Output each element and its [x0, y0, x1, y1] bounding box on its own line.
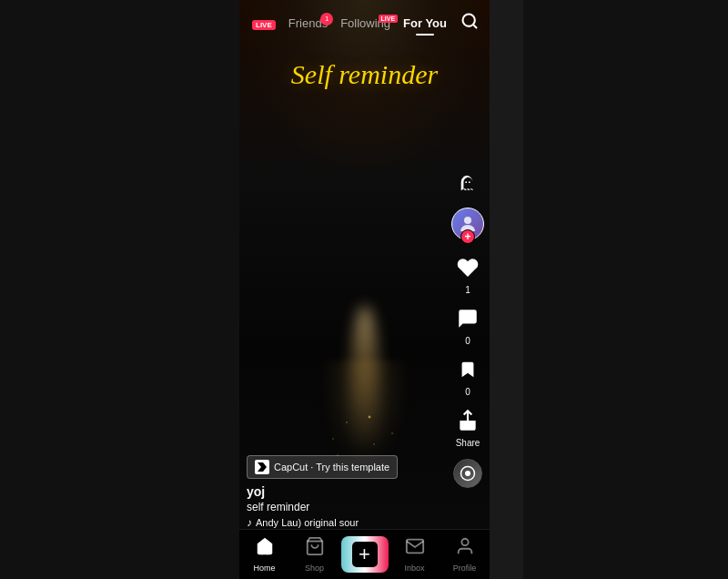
share-action[interactable]: Share: [451, 404, 484, 448]
bottom-navigation: Home Shop +: [239, 529, 490, 579]
svg-point-7: [461, 539, 468, 545]
music-disc-icon: [453, 459, 482, 488]
friends-badge: 1: [320, 13, 333, 25]
foryou-tab[interactable]: For You: [398, 13, 452, 34]
video-description: self reminder: [247, 501, 444, 513]
following-live-badge: LIVE: [379, 15, 399, 23]
ghost-action[interactable]: [451, 168, 484, 200]
ghost-icon: [451, 168, 484, 200]
home-label: Home: [253, 564, 275, 573]
friends-tab[interactable]: Friends 1: [283, 13, 333, 34]
inbox-label: Inbox: [404, 564, 424, 573]
profile-label: Profile: [453, 564, 477, 573]
inbox-tab[interactable]: Inbox: [389, 536, 440, 573]
bookmark-action[interactable]: 0: [451, 353, 484, 397]
profile-tab[interactable]: Profile: [440, 536, 490, 573]
capcut-logo-shape: [258, 462, 267, 472]
creator-avatar[interactable]: +: [451, 208, 484, 240]
capcut-banner[interactable]: CapCut · Try this template: [247, 455, 398, 479]
video-info-overlay: CapCut · Try this template yoj self remi…: [247, 455, 444, 529]
capcut-logo-icon: [255, 460, 269, 474]
follow-plus-icon: +: [460, 229, 475, 244]
following-tab[interactable]: Following LIVE: [335, 13, 396, 34]
create-tab[interactable]: +: [339, 536, 389, 573]
like-count: 1: [465, 285, 470, 295]
home-icon: [255, 536, 275, 562]
shop-icon: [305, 536, 325, 562]
live-tab[interactable]: LIVE: [247, 13, 281, 34]
music-note-icon: ♪: [247, 516, 252, 529]
right-action-bar: + 1 0 0: [451, 168, 484, 488]
bookmark-count: 0: [465, 387, 470, 397]
comment-action[interactable]: 0: [451, 302, 484, 346]
avatar-action[interactable]: +: [451, 208, 484, 244]
music-disc-action[interactable]: [453, 459, 482, 488]
music-text: Andy Lau) original sour: [256, 517, 359, 528]
inbox-icon: [405, 536, 425, 562]
shop-tab[interactable]: Shop: [289, 536, 339, 573]
create-button-inner: +: [352, 542, 378, 567]
like-action[interactable]: 1: [451, 251, 484, 295]
svg-point-2: [464, 217, 471, 224]
phone-screen: LIVE Friends 1 Following LIVE For You Se…: [239, 0, 490, 579]
capcut-text: CapCut · Try this template: [274, 462, 389, 472]
create-button[interactable]: +: [341, 536, 389, 573]
comment-icon: [451, 302, 484, 335]
live-badge: LIVE: [252, 20, 276, 30]
nav-left-group: LIVE Friends 1 Following LIVE For You: [247, 13, 452, 34]
bookmark-icon: [451, 353, 484, 386]
music-info[interactable]: ♪ Andy Lau) original sour: [247, 516, 444, 529]
top-navigation: LIVE Friends 1 Following LIVE For You: [239, 0, 490, 46]
plus-icon: +: [359, 544, 370, 564]
comment-count: 0: [465, 336, 470, 346]
share-label: Share: [456, 438, 480, 448]
video-title: Self reminder: [239, 59, 490, 90]
heart-icon: [451, 251, 484, 284]
profile-icon: [455, 536, 475, 562]
search-button[interactable]: [457, 8, 482, 38]
share-icon: [451, 404, 484, 437]
svg-point-5: [466, 472, 470, 476]
creator-username[interactable]: yoj: [247, 484, 444, 499]
home-tab[interactable]: Home: [239, 536, 289, 573]
svg-line-1: [473, 24, 477, 27]
foryou-label: For You: [403, 16, 447, 30]
shop-label: Shop: [305, 564, 324, 573]
